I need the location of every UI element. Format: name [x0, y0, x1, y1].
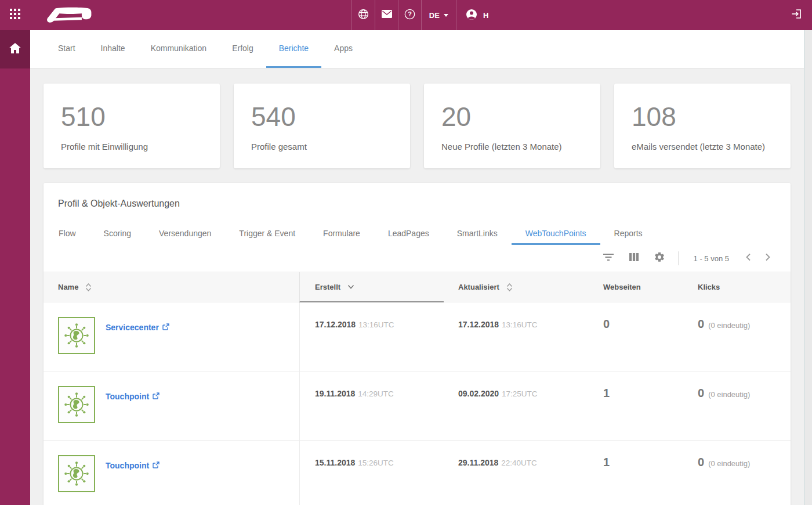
column-label: Webseiten: [603, 283, 641, 291]
column-header-aktualisiert[interactable]: Aktualisiert: [444, 272, 589, 302]
primary-nav: Start Inhalte Kommunikation Erfolg Beric…: [30, 30, 804, 68]
brand-logo[interactable]: [43, 0, 94, 30]
stat-cards-row: 510 Profile mit Einwilligung 540 Profile…: [44, 84, 791, 168]
filter-icon: [603, 253, 614, 264]
updated-time: 22:40UTC: [501, 459, 537, 467]
stat-value: 510: [61, 102, 208, 131]
logout-button[interactable]: [783, 0, 810, 30]
stat-value: 108: [632, 102, 779, 131]
prev-page-button[interactable]: [738, 248, 758, 268]
gear-icon: [654, 251, 665, 265]
touchpoint-link[interactable]: Servicecenter: [106, 323, 169, 332]
klicks-cell: 0 (0 eindeutig): [682, 302, 791, 371]
updated-date: 09.02.2020: [458, 389, 499, 398]
help-button[interactable]: ?: [398, 0, 421, 30]
touchpoint-name: Touchpoint: [106, 392, 149, 401]
sort-icon: [85, 283, 92, 292]
touchpoint-link[interactable]: Touchpoint: [106, 392, 160, 401]
left-sidebar: [0, 30, 30, 505]
column-header-name[interactable]: Name: [44, 272, 299, 302]
klicks-note: (0 eindeutig): [708, 321, 750, 330]
globe-button[interactable]: [351, 0, 375, 30]
stat-label: Neue Profile (letzten 3 Monate): [441, 142, 589, 152]
created-time: 14:29UTC: [358, 389, 394, 398]
column-header-erstellt[interactable]: Erstellt: [299, 272, 444, 302]
column-header-klicks: Klicks: [682, 272, 791, 302]
caret-down-icon: [444, 14, 448, 17]
mail-button[interactable]: [375, 0, 398, 30]
stat-label: Profile mit Einwilligung: [61, 142, 208, 152]
nav-tab-kommunikation[interactable]: Kommunikation: [138, 30, 220, 68]
apps-grid-icon: [10, 9, 20, 21]
nav-tab-apps[interactable]: Apps: [321, 30, 365, 68]
updated-cell: 29.11.201822:40UTC: [444, 441, 589, 505]
webseiten-cell: 1: [589, 441, 682, 505]
touchpoint-link[interactable]: Touchpoint: [106, 461, 160, 470]
next-page-button[interactable]: [758, 248, 778, 268]
updated-time: 17:25UTC: [502, 389, 538, 398]
language-select[interactable]: DE: [421, 0, 456, 30]
created-cell: 17.12.201813:16UTC: [299, 302, 444, 371]
external-link-icon: [153, 392, 160, 401]
panel-tabs: Flow Scoring Versendungen Trigger & Even…: [44, 223, 791, 245]
stat-card-emails: 108 eMails versendet (letzte 3 Monate): [614, 84, 791, 168]
klicks-value: 0: [698, 387, 704, 400]
sidebar-item-home[interactable]: [0, 30, 30, 68]
nav-tab-inhalte[interactable]: Inhalte: [88, 30, 138, 68]
home-icon: [9, 43, 21, 56]
created-date: 19.11.2018: [315, 389, 355, 398]
panel-tab-formulare[interactable]: Formulare: [309, 223, 374, 245]
table-header-row: Name Erstellt: [44, 272, 791, 302]
svg-text:?: ?: [408, 10, 412, 17]
settings-button[interactable]: [647, 248, 672, 269]
user-initial: H: [483, 11, 488, 20]
main-area: Start Inhalte Kommunikation Erfolg Beric…: [30, 30, 804, 505]
webtouchpoint-icon: [58, 455, 95, 492]
created-date: 17.12.2018: [315, 320, 356, 329]
panel-tab-trigger-event[interactable]: Trigger & Event: [225, 223, 309, 245]
nav-tab-start[interactable]: Start: [45, 30, 88, 68]
column-header-webseiten: Webseiten: [589, 272, 682, 302]
sort-icon: [506, 283, 513, 292]
columns-button[interactable]: [621, 248, 647, 269]
pagination-label: 1 - 5 von 5: [694, 254, 729, 263]
nav-tab-berichte[interactable]: Berichte: [266, 30, 321, 68]
table-row: Touchpoint 19.11.201814:29UTC: [44, 371, 791, 441]
mail-icon: [382, 10, 392, 20]
panel-tab-flow[interactable]: Flow: [45, 223, 90, 245]
globe-icon: [358, 9, 369, 22]
toolbar-divider: [678, 251, 679, 265]
panel-tab-leadpages[interactable]: LeadPages: [374, 223, 443, 245]
updated-date: 29.11.2018: [458, 458, 498, 467]
column-label: Name: [58, 283, 78, 291]
webtouchpoint-icon: [58, 386, 95, 423]
columns-icon: [629, 253, 639, 264]
created-cell: 15.11.201815:26UTC: [299, 441, 444, 505]
auswertungen-panel: Profil & Objekt-Auswertungen Flow Scorin…: [44, 183, 791, 505]
created-date: 15.11.2018: [315, 458, 355, 467]
panel-tab-webtouchpoints[interactable]: WebTouchPoints: [512, 223, 600, 245]
webtouchpoint-icon: [58, 317, 95, 354]
klicks-cell: 0 (0 eindeutig): [682, 371, 791, 440]
created-time: 15:26UTC: [358, 459, 394, 467]
window-right-gutter: [804, 30, 812, 505]
panel-tab-reports[interactable]: Reports: [600, 223, 657, 245]
chevron-left-icon: [745, 253, 751, 264]
apps-grid-button[interactable]: [0, 0, 30, 30]
help-icon: ?: [404, 9, 415, 22]
column-label: Erstellt: [315, 283, 340, 291]
filter-button[interactable]: [596, 248, 621, 269]
panel-tab-versendungen[interactable]: Versendungen: [145, 223, 225, 245]
panel-tab-scoring[interactable]: Scoring: [90, 223, 145, 245]
panel-tab-smartlinks[interactable]: SmartLinks: [443, 223, 512, 245]
topbar-spacer: [94, 0, 351, 30]
touchpoint-name: Touchpoint: [106, 461, 149, 470]
stat-label: Profile gesamt: [251, 142, 398, 152]
nav-tab-erfolg[interactable]: Erfolg: [219, 30, 266, 68]
external-link-icon: [162, 323, 169, 332]
topbar-spacer-2: [525, 0, 783, 30]
created-time: 13:16UTC: [358, 320, 394, 329]
user-menu[interactable]: H: [456, 0, 525, 30]
table-row: Servicecenter 17.12.201813:16UTC: [44, 302, 791, 371]
external-link-icon: [153, 461, 160, 470]
